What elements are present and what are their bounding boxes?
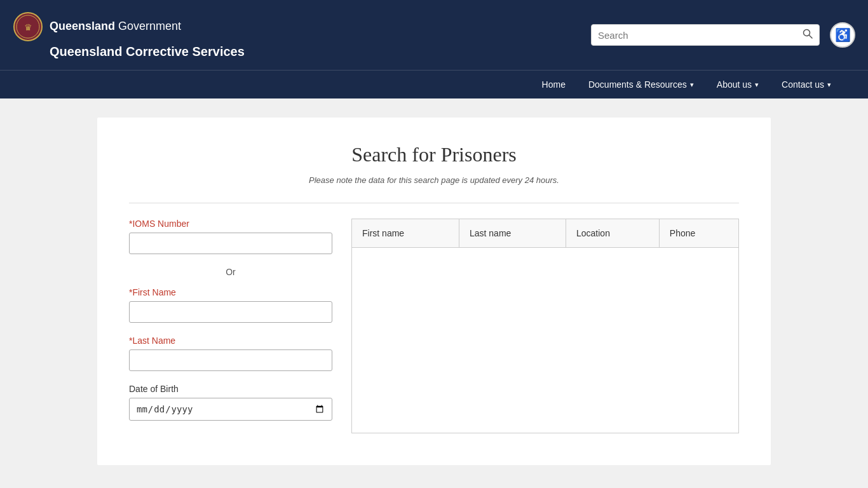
last-name-label: *Last Name	[129, 336, 332, 346]
accessibility-icon: ♿	[835, 27, 851, 43]
search-icon	[803, 29, 813, 39]
site-title: Queensland Corrective Services	[50, 44, 245, 59]
col-last-name: Last name	[459, 219, 566, 248]
main-content: Search for Prisoners Please note the dat…	[0, 98, 868, 484]
search-button[interactable]	[803, 29, 813, 41]
first-name-field-group: *First Name	[129, 287, 332, 323]
ioms-label: *IOMS Number	[129, 219, 332, 229]
nav-item-contact[interactable]: Contact us ▾	[770, 71, 843, 98]
first-name-input[interactable]	[129, 301, 332, 323]
nav-item-about[interactable]: About us ▾	[705, 71, 770, 98]
table-header-row: First name Last name Location Phone	[352, 219, 738, 248]
content-card: Search for Prisoners Please note the dat…	[97, 118, 771, 465]
nav-item-home[interactable]: Home	[531, 71, 577, 98]
main-nav: Home Documents & Resources ▾ About us ▾ …	[0, 70, 868, 98]
page-subtitle: Please note the data for this search pag…	[129, 175, 739, 185]
site-header: ♛ Queensland Government Queensland Corre…	[0, 0, 868, 70]
col-first-name: First name	[352, 219, 459, 248]
results-panel: First name Last name Location Phone	[351, 219, 739, 433]
table-header: First name Last name Location Phone	[352, 219, 738, 248]
chevron-down-icon: ▾	[755, 81, 759, 89]
nav-item-documents[interactable]: Documents & Resources ▾	[577, 71, 705, 98]
or-divider: Or	[129, 267, 332, 277]
accessibility-button[interactable]: ♿	[830, 22, 855, 48]
first-name-label: *First Name	[129, 287, 332, 297]
header-right: ♿	[591, 22, 855, 48]
page-title: Search for Prisoners	[129, 143, 739, 166]
dob-label: Date of Birth	[129, 384, 332, 394]
divider	[129, 203, 739, 203]
logo-area: ♛ Queensland Government Queensland Corre…	[13, 11, 245, 59]
svg-line-4	[810, 36, 813, 39]
ioms-input[interactable]	[129, 233, 332, 254]
last-name-field-group: *Last Name	[129, 336, 332, 371]
dob-field-group: Date of Birth	[129, 384, 332, 421]
form-panel: *IOMS Number Or *First Name *Last Name D…	[129, 219, 351, 433]
search-input[interactable]	[598, 30, 803, 41]
col-phone: Phone	[659, 219, 738, 248]
results-table: First name Last name Location Phone	[352, 219, 738, 248]
chevron-down-icon: ▾	[690, 81, 694, 89]
dob-input[interactable]	[129, 398, 332, 421]
chevron-down-icon: ▾	[827, 81, 831, 89]
form-table-layout: *IOMS Number Or *First Name *Last Name D…	[129, 219, 739, 433]
qld-crest-icon: ♛	[13, 11, 43, 42]
search-bar[interactable]	[591, 24, 820, 46]
logo-text: Queensland Government	[50, 20, 181, 33]
svg-text:♛: ♛	[24, 23, 32, 32]
logo-row: ♛ Queensland Government	[13, 11, 245, 42]
ioms-field-group: *IOMS Number	[129, 219, 332, 254]
col-location: Location	[566, 219, 660, 248]
last-name-input[interactable]	[129, 349, 332, 371]
